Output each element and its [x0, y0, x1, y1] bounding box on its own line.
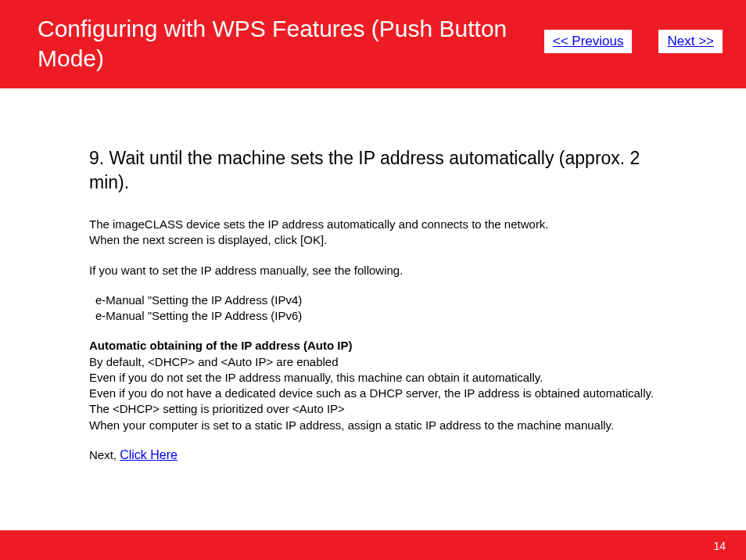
next-prefix: Next, — [89, 448, 120, 461]
text-line: Even if you do not set the IP address ma… — [89, 370, 719, 386]
next-button[interactable]: Next >> — [658, 30, 723, 53]
auto-ip-heading: Automatic obtaining of the IP address (A… — [89, 338, 719, 354]
page-title: Configuring with WPS Features (Push Butt… — [38, 14, 522, 73]
text-line: By default, <DHCP> and <Auto IP> are ena… — [89, 354, 719, 370]
text-line: The <DHCP> setting is prioritized over <… — [89, 401, 719, 417]
header-bar: Configuring with WPS Features (Push Butt… — [0, 0, 746, 88]
manual-refs: e-Manual "Setting the IP Address (IPv4) … — [89, 293, 719, 325]
content-area: 9. Wait until the machine sets the IP ad… — [0, 88, 719, 463]
footer-bar: 14 — [0, 530, 746, 560]
reference-line: e-Manual "Setting the IP Address (IPv6) — [89, 308, 719, 324]
paragraph-2: If you want to set the IP address manual… — [89, 263, 719, 278]
previous-button[interactable]: << Previous — [544, 30, 633, 53]
text-line: If you want to set the IP address manual… — [89, 263, 719, 278]
click-here-link[interactable]: Click Here — [120, 448, 178, 461]
text-line: When your computer is set to a static IP… — [89, 418, 719, 433]
text-line: The imageCLASS device sets the IP addres… — [89, 217, 719, 232]
step-heading: 9. Wait until the machine sets the IP ad… — [89, 146, 683, 195]
text-line: When the next screen is displayed, click… — [89, 232, 719, 248]
page-number: 14 — [713, 540, 726, 552]
paragraph-1: The imageCLASS device sets the IP addres… — [89, 217, 719, 249]
text-line: Even if you do not have a dedicated devi… — [89, 386, 719, 401]
next-line: Next, Click Here — [89, 447, 719, 463]
nav-buttons: << Previous Next >> — [544, 30, 723, 53]
reference-line: e-Manual "Setting the IP Address (IPv4) — [89, 293, 719, 308]
auto-ip-section: Automatic obtaining of the IP address (A… — [89, 338, 719, 433]
